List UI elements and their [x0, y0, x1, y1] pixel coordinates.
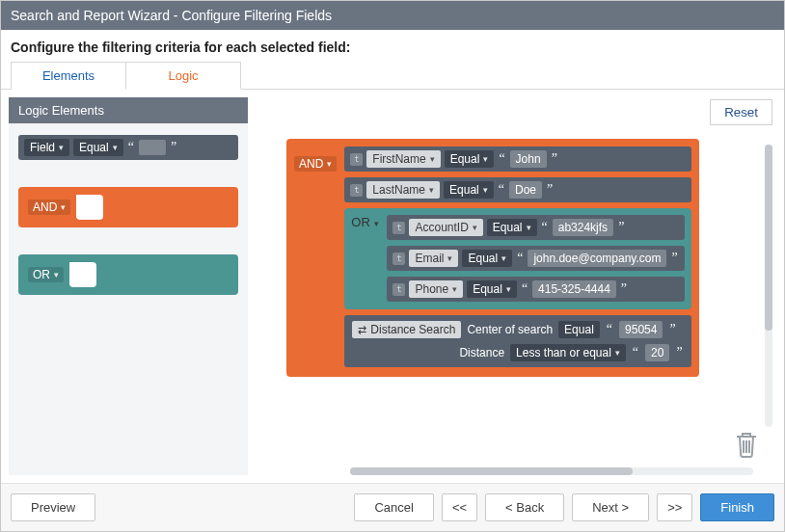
quote-icon: ” [675, 345, 683, 360]
next-button[interactable]: Next > [572, 493, 649, 521]
and-dropdown[interactable]: AND ▾ [294, 156, 337, 172]
trash-icon[interactable] [734, 430, 759, 462]
and-label: AND [33, 200, 57, 214]
chevron-down-icon: ▾ [430, 154, 435, 164]
page-subtitle: Configure the filtering criteria for eac… [1, 30, 784, 63]
operator-label: Equal [450, 152, 480, 166]
operator-dropdown[interactable]: Equal ▾ [487, 219, 537, 236]
field-dropdown[interactable]: Email ▾ [409, 250, 458, 267]
tabs: Elements Logic [1, 61, 784, 90]
window-title: Search and Report Wizard - Configure Fil… [1, 1, 784, 30]
connector-slot [69, 262, 96, 287]
or-group[interactable]: OR ▾ t AccountID ▾ [344, 208, 690, 309]
finish-button[interactable]: Finish [700, 493, 774, 521]
chevron-down-icon: ▾ [429, 185, 434, 195]
distance-search-block[interactable]: ⇄ Distance Search Center of search Equal… [344, 315, 690, 367]
operator-dropdown[interactable]: Equal ▾ [73, 139, 123, 156]
reset-button[interactable]: Reset [710, 99, 772, 125]
chevron-down-icon: ▾ [501, 253, 506, 263]
quote-icon: ” [670, 251, 678, 266]
field-dropdown[interactable]: LastName ▾ [366, 181, 440, 199]
operator-label: Equal [468, 252, 498, 265]
center-operator[interactable]: Equal [558, 321, 600, 338]
canvas-wrap: Reset AND ▾ t Fi [248, 97, 776, 475]
tab-logic[interactable]: Logic [125, 62, 241, 90]
palette-or-block[interactable]: OR ▾ [18, 254, 238, 295]
back-button[interactable]: < Back [485, 493, 564, 521]
quote-icon: ” [546, 182, 554, 198]
chevron-down-icon: ▾ [59, 143, 64, 152]
distance-label: Distance [459, 346, 504, 359]
quote-icon: “ [516, 251, 524, 266]
value-input[interactable]: Doe [509, 181, 542, 199]
distance-search-button[interactable]: ⇄ Distance Search [352, 321, 461, 338]
or-dropdown[interactable]: OR ▾ [28, 267, 64, 282]
or-dropdown[interactable]: OR ▾ [351, 215, 379, 229]
or-body: t AccountID ▾ Equal ▾ “ [387, 215, 684, 302]
quote-icon: “ [498, 151, 505, 167]
operator-label: Equal [449, 183, 479, 197]
first-page-button[interactable]: << [442, 493, 477, 521]
or-label: OR [351, 215, 370, 229]
condition-phone[interactable]: t Phone ▾ Equal ▾ “ [387, 277, 684, 302]
condition-accountid[interactable]: t AccountID ▾ Equal ▾ “ [387, 215, 684, 240]
value-input[interactable]: 415-325-4444 [532, 280, 616, 298]
logic-canvas[interactable]: AND ▾ t FirstName ▾ [248, 131, 776, 475]
field-dropdown[interactable]: Field ▾ [24, 139, 69, 156]
quote-icon: “ [521, 281, 528, 297]
operator-label: Equal [473, 282, 502, 296]
chevron-down-icon: ▾ [452, 284, 457, 294]
chevron-down-icon: ▾ [374, 219, 379, 228]
center-of-search-label: Center of search [467, 323, 553, 336]
palette-body: Field ▾ Equal ▾ “ ” AND ▾ [9, 123, 248, 475]
field-dropdown[interactable]: AccountID ▾ [409, 219, 482, 236]
and-label: AND [299, 157, 323, 171]
distance-value-input[interactable]: 20 [645, 344, 669, 361]
vertical-scrollbar[interactable] [765, 145, 772, 427]
operator-dropdown[interactable]: Equal ▾ [462, 250, 512, 267]
swap-icon: ⇄ [358, 324, 366, 336]
center-value-input[interactable]: 95054 [619, 321, 663, 338]
operator-dropdown[interactable]: Equal ▾ [444, 181, 494, 199]
distance-operator-dropdown[interactable]: Less than or equal ▾ [510, 344, 626, 361]
and-group[interactable]: AND ▾ t FirstName ▾ [286, 139, 699, 377]
operator-label: Equal [493, 221, 523, 234]
last-page-button[interactable]: >> [657, 493, 692, 521]
tab-elements[interactable]: Elements [11, 62, 126, 90]
field-dropdown[interactable]: FirstName ▾ [366, 150, 440, 168]
condition-email[interactable]: t Email ▾ Equal ▾ “ [387, 246, 684, 271]
field-label: AccountID [415, 221, 468, 234]
chevron-down-icon: ▾ [113, 143, 118, 152]
text-type-icon: t [392, 283, 405, 296]
condition-firstname[interactable]: t FirstName ▾ Equal ▾ “ John ” [344, 146, 690, 172]
condition-lastname[interactable]: t LastName ▾ Equal ▾ “ Doe ” [344, 177, 690, 202]
wizard-footer: Preview Cancel << < Back Next > >> Finis… [1, 483, 784, 531]
field-label: Field [30, 141, 55, 154]
value-input[interactable]: John [510, 150, 547, 168]
field-label: Phone [415, 282, 448, 296]
operator-dropdown[interactable]: Equal ▾ [467, 280, 517, 298]
chevron-down-icon: ▾ [506, 284, 511, 294]
text-type-icon: t [392, 222, 405, 234]
or-label: OR [33, 268, 50, 281]
value-input[interactable]: john.doe@company.com [528, 250, 666, 267]
palette-field-block[interactable]: Field ▾ Equal ▾ “ ” [18, 135, 238, 160]
distance-search-label: Distance Search [370, 323, 455, 336]
palette-and-block[interactable]: AND ▾ [18, 187, 238, 227]
value-input[interactable] [139, 140, 166, 155]
palette-header: Logic Elements [9, 97, 248, 123]
chevron-down-icon: ▾ [483, 154, 488, 164]
field-dropdown[interactable]: Phone ▾ [409, 280, 463, 298]
cancel-button[interactable]: Cancel [354, 493, 433, 521]
text-type-icon: t [350, 184, 363, 197]
quote-icon: ” [617, 220, 625, 235]
chevron-down-icon: ▾ [473, 223, 477, 232]
chevron-down-icon: ▾ [527, 223, 531, 232]
and-dropdown[interactable]: AND ▾ [28, 200, 70, 215]
field-label: LastName [372, 183, 425, 197]
chevron-down-icon: ▾ [61, 202, 66, 212]
preview-button[interactable]: Preview [11, 493, 95, 521]
operator-dropdown[interactable]: Equal ▾ [445, 150, 495, 168]
value-input[interactable]: ab324kjfs [553, 219, 613, 236]
horizontal-scrollbar[interactable] [350, 467, 753, 475]
